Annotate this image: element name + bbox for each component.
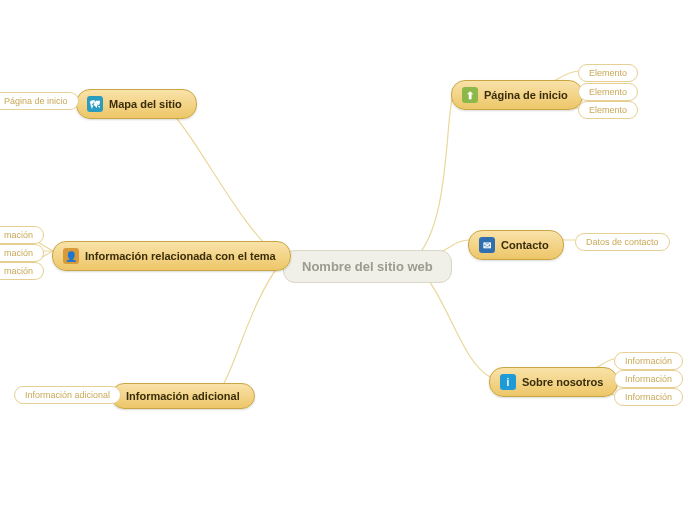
leaf[interactable]: mación (0, 244, 44, 262)
node-label: Información adicional (126, 390, 240, 402)
leaf[interactable]: mación (0, 262, 44, 280)
person-icon: 👤 (63, 248, 79, 264)
leaf[interactable]: Elemento (578, 83, 638, 101)
leaf[interactable]: Página de inicio (0, 92, 79, 110)
map-icon: 🗺 (87, 96, 103, 112)
node-label: Información relacionada con el tema (85, 250, 276, 262)
node-label: Sobre nosotros (522, 376, 603, 388)
node-mapa[interactable]: 🗺 Mapa del sitio (76, 89, 197, 119)
node-info-adicional[interactable]: Información adicional (111, 383, 255, 409)
leaf[interactable]: Información (614, 352, 683, 370)
center-label: Nombre del sitio web (302, 259, 433, 274)
node-pagina-inicio[interactable]: ⬆ Página de inicio (451, 80, 583, 110)
node-contacto[interactable]: ✉ Contacto (468, 230, 564, 260)
leaf[interactable]: Elemento (578, 101, 638, 119)
leaf[interactable]: Información adicional (14, 386, 121, 404)
node-sobre-nosotros[interactable]: i Sobre nosotros (489, 367, 618, 397)
leaf[interactable]: Información (614, 370, 683, 388)
leaf[interactable]: mación (0, 226, 44, 244)
node-label: Página de inicio (484, 89, 568, 101)
mail-icon: ✉ (479, 237, 495, 253)
node-info-tema[interactable]: 👤 Información relacionada con el tema (52, 241, 291, 271)
leaf[interactable]: Datos de contacto (575, 233, 670, 251)
leaf[interactable]: Información (614, 388, 683, 406)
node-label: Mapa del sitio (109, 98, 182, 110)
info-icon: i (500, 374, 516, 390)
leaf[interactable]: Elemento (578, 64, 638, 82)
home-icon: ⬆ (462, 87, 478, 103)
node-label: Contacto (501, 239, 549, 251)
center-topic[interactable]: Nombre del sitio web (283, 250, 452, 283)
